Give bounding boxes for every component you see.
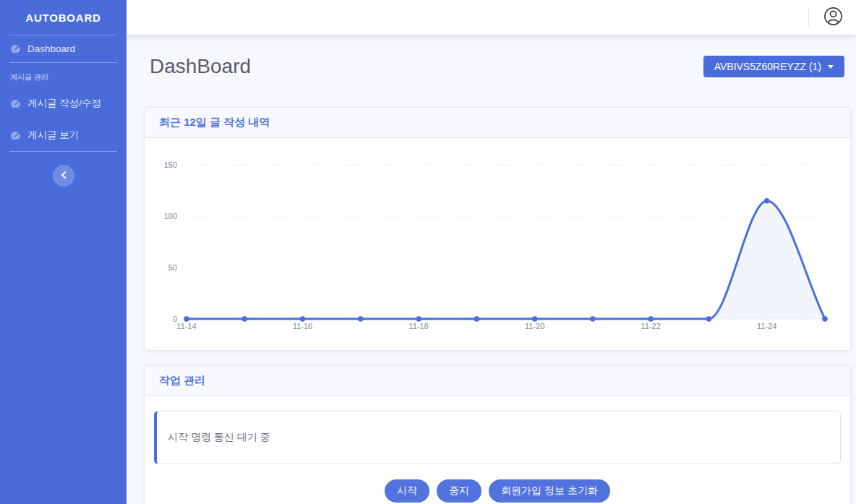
data-point xyxy=(706,316,712,322)
sidebar: AUTOBOARD Dashboard 게시글 관리 게시글 작성/수정 xyxy=(0,0,127,504)
tachometer-icon xyxy=(10,43,21,54)
svg-text:11-20: 11-20 xyxy=(525,322,544,330)
svg-text:11-24: 11-24 xyxy=(757,322,776,330)
data-point xyxy=(474,316,480,322)
data-point xyxy=(822,316,828,322)
page-title: DashBoard xyxy=(150,55,251,78)
brand-autoboard[interactable]: AUTOBOARD xyxy=(0,0,127,35)
user-circle-icon xyxy=(823,7,843,28)
status-message: 시작 명령 통신 대기 중 xyxy=(168,431,270,443)
line-chart-svg: 05010015011-1411-1611-1811-2011-2211-24 xyxy=(145,138,850,350)
start-button[interactable]: 시작 xyxy=(385,479,429,503)
chevron-down-icon xyxy=(828,65,834,69)
data-point xyxy=(648,316,654,322)
sidebar-item-label: 게시글 보기 xyxy=(27,129,79,142)
tachometer-icon xyxy=(10,130,21,141)
sidebar-item-label: 게시글 작성/수정 xyxy=(27,97,101,110)
svg-text:11-22: 11-22 xyxy=(641,322,661,330)
line-chart: 05010015011-1411-1611-1811-2011-2211-24 xyxy=(145,138,850,350)
page-header: DashBoard AVBIVS5Z60REYZZ (1) xyxy=(144,55,851,78)
task-management-card: 작업 관리 시작 명령 통신 대기 중 시작 중지 회원가입 정보 초기화 xyxy=(144,365,851,504)
data-point xyxy=(532,316,538,322)
data-point xyxy=(241,316,247,322)
sidebar-divider xyxy=(9,151,117,152)
sidebar-collapse-button[interactable] xyxy=(53,165,74,187)
sidebar-section-label: 게시글 관리 xyxy=(0,63,127,87)
data-point xyxy=(358,316,364,322)
svg-text:11-16: 11-16 xyxy=(293,322,312,330)
svg-text:50: 50 xyxy=(168,263,177,272)
sidebar-item-post-write-edit[interactable]: 게시글 작성/수정 xyxy=(0,87,127,119)
status-message-box: 시작 명령 통신 대기 중 xyxy=(154,411,841,464)
data-point xyxy=(300,316,306,322)
task-card-body: 시작 명령 통신 대기 중 시작 중지 회원가입 정보 초기화 xyxy=(145,396,850,504)
main-content: DashBoard AVBIVS5Z60REYZZ (1) 최근 12일 글 작… xyxy=(127,35,856,504)
board-select-dropdown[interactable]: AVBIVS5Z60REYZZ (1) xyxy=(703,56,844,77)
data-point xyxy=(184,316,189,322)
sidebar-item-dashboard[interactable]: Dashboard xyxy=(0,35,127,62)
tachometer-icon xyxy=(10,98,21,109)
sidebar-item-label: Dashboard xyxy=(27,43,75,54)
task-buttons-row: 시작 중지 회원가입 정보 초기화 xyxy=(154,479,841,503)
svg-text:150: 150 xyxy=(164,161,177,169)
task-card-title: 작업 관리 xyxy=(145,366,850,396)
stop-button[interactable]: 중지 xyxy=(437,479,482,503)
chevron-left-icon xyxy=(61,171,67,180)
svg-text:11-18: 11-18 xyxy=(408,322,428,330)
topbar xyxy=(127,0,856,35)
svg-text:100: 100 xyxy=(164,212,177,221)
sidebar-item-post-view[interactable]: 게시글 보기 xyxy=(0,119,127,151)
topbar-divider xyxy=(808,8,809,27)
data-point xyxy=(590,316,596,322)
reset-signup-info-button[interactable]: 회원가입 정보 초기화 xyxy=(489,479,610,503)
data-point xyxy=(764,198,770,204)
recent-posts-card: 최근 12일 글 작성 내역 05010015011-1411-1611-181… xyxy=(144,107,851,351)
user-menu-button[interactable] xyxy=(823,7,843,28)
board-select-label: AVBIVS5Z60REYZZ (1) xyxy=(714,61,821,72)
recent-posts-card-title: 최근 12일 글 작성 내역 xyxy=(145,108,850,138)
svg-text:11-14: 11-14 xyxy=(176,322,196,330)
data-point xyxy=(416,316,421,322)
